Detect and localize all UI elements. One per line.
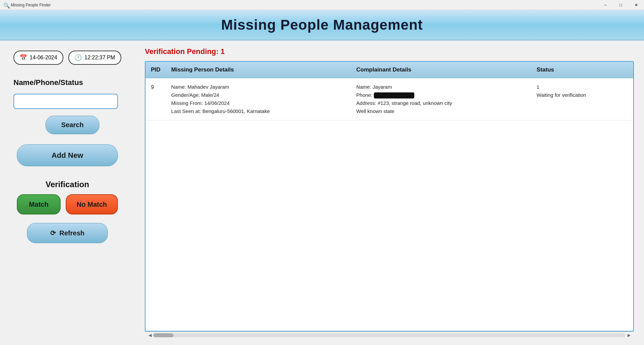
search-label: Name/Phone/Status [13,78,83,87]
horizontal-scrollbar[interactable]: ◀ ▶ [145,332,634,338]
minimize-button[interactable]: − [598,0,613,10]
status-text: Waiting for verification [537,92,586,98]
search-input[interactable] [13,94,118,109]
mp-name: Name: Mahadev Jayaram [171,84,229,90]
table-header-row: PID Missing Person Details Complainant D… [146,62,633,78]
records-table: PID Missing Person Details Complainant D… [146,62,633,120]
refresh-label: Refresh [59,229,84,237]
col-pid: PID [146,62,166,78]
comp-state: Well known state [356,108,394,114]
verification-pending-label: Verification Pending: 1 [145,47,634,56]
verification-title: Verification [45,180,89,189]
no-match-button[interactable]: No Match [66,194,118,214]
verification-buttons: Match No Match [17,194,118,214]
calendar-icon: 📅 [20,54,27,61]
app-header: Missing People Management [0,10,644,40]
comp-phone-redacted [374,92,414,98]
app-icon: 🔍 [3,2,9,8]
col-missing-person: Missing Person Details [166,62,351,78]
main-content: 📅 14-06-2024 🕐 12:22:37 PM Name/Phone/St… [0,40,644,345]
missing-person-cell: Name: Mahadev Jayaram Gender/Age: Male/2… [166,78,351,120]
table-row: 9 Name: Mahadev Jayaram Gender/Age: Male… [146,78,633,120]
right-panel: Verification Pending: 1 PID Missing Pers… [135,40,644,345]
window-controls: − □ ✕ [598,0,644,10]
pid-cell: 9 [146,78,166,120]
maximize-button[interactable]: □ [613,0,629,10]
verification-section: Verification Match No Match ⟳ Refresh [17,180,118,243]
close-button[interactable]: ✕ [629,0,644,10]
h-scrollbar-thumb[interactable] [153,333,173,337]
search-button[interactable]: Search [45,116,99,134]
comp-address: Address: #123, strange road, unknown cit… [356,100,452,106]
refresh-button[interactable]: ⟳ Refresh [27,223,108,243]
data-table-container[interactable]: PID Missing Person Details Complainant D… [145,61,634,332]
sidebar: 📅 14-06-2024 🕐 12:22:37 PM Name/Phone/St… [0,40,135,345]
time-display: 12:22:37 PM [85,55,115,61]
status-code: 1 [537,84,539,90]
comp-phone-label: Phone: [356,92,373,98]
clock-icon: 🕐 [74,54,82,61]
col-complainant: Complainant Details [351,62,531,78]
time-badge: 🕐 12:22:37 PM [68,51,121,65]
scroll-right-arrow[interactable]: ▶ [625,333,632,338]
mp-last-seen: Last Seen at: Bengaluru-560001, Karnatak… [171,108,270,114]
datetime-row: 📅 14-06-2024 🕐 12:22:37 PM [13,51,121,65]
status-cell: 1 Waiting for verification [531,78,633,120]
complainant-cell: Name: Jayaram Phone: Address: #123, stra… [351,78,531,120]
title-bar-text: Missing People Finder [11,3,51,7]
comp-name: Name: Jayaram [356,84,392,90]
add-new-button[interactable]: Add New [17,144,118,166]
title-bar: 🔍 Missing People Finder − □ ✕ [0,0,644,10]
match-button[interactable]: Match [17,194,61,214]
h-scrollbar-track[interactable] [153,333,625,337]
date-display: 14-06-2024 [30,55,57,61]
date-badge: 📅 14-06-2024 [13,51,63,65]
scroll-left-arrow[interactable]: ◀ [147,333,153,338]
mp-gender-age: Gender/Age: Male/24 [171,92,219,98]
refresh-icon: ⟳ [50,229,56,237]
col-status: Status [531,62,633,78]
mp-missing-from: Missing From: 14/06/2024 [171,100,229,106]
app-title: Missing People Management [221,17,423,33]
